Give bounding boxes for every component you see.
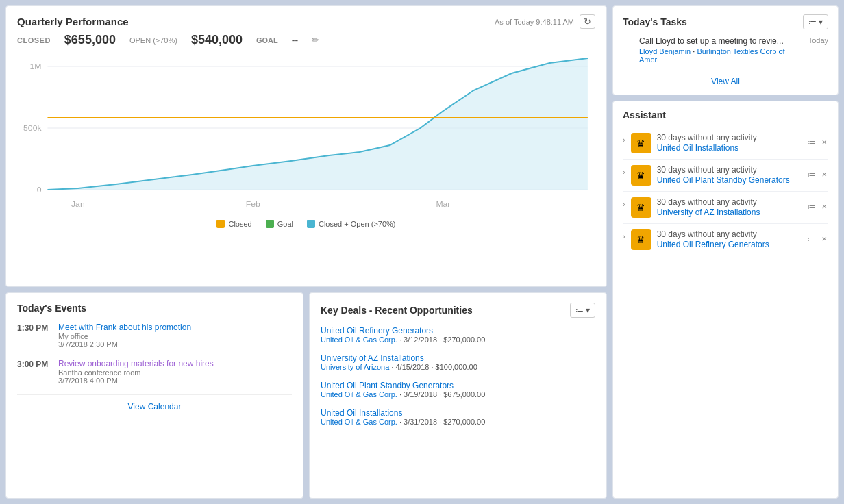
assist-list-btn-1[interactable]: ≔ [806,168,817,181]
assist-close-btn-3[interactable]: × [820,232,828,245]
assist-link-3[interactable]: United Oil Refinery Generators [657,240,769,249]
assist-item-2: › ♛ 30 days without any activity Univers… [623,192,828,224]
deals-filter-chevron: ▾ [586,305,590,315]
assist-chevron-1[interactable]: › [623,165,625,176]
assist-link-2[interactable]: University of AZ Installations [657,207,760,217]
deal-meta-1: University of Arizona · 4/15/2018 · $100… [321,363,595,371]
svg-text:Mar: Mar [436,200,450,208]
deal-item-3: United Oil Installations United Oil & Ga… [321,408,595,426]
deal-date-1: 4/15/2018 [395,363,429,371]
event-location-1: Bantha conference room [58,368,292,377]
svg-text:500k: 500k [23,124,42,132]
performance-chart: 1M 500k 0 Jan Feb Mar [17,53,595,217]
bottom-row: Today's Events 1:30 PM Meet with Frank a… [5,292,607,499]
right-column: Today's Tasks ≔ ▾ Call Lloyd to set up a… [612,5,839,499]
deals-filter-button[interactable]: ≔ ▾ [570,303,595,318]
deal-date-2: 3/19/2018 [404,390,437,399]
edit-goal-icon[interactable]: ✏ [312,35,319,45]
legend-closed-open-dot [307,220,315,228]
assist-list-btn-3[interactable]: ≔ [806,232,817,245]
assistant-title: Assistant [623,110,828,121]
event-time-0: 1:30 PM [17,322,58,349]
crown-icon-2: ♛ [636,202,645,213]
deal-name-3[interactable]: United Oil Installations [321,408,595,418]
quarterly-header: Quarterly Performance As of Today 9:48:1… [17,14,595,29]
goal-label: GOAL [256,36,278,45]
quarterly-stats: CLOSED $655,000 OPEN (>70%) $540,000 GOA… [17,33,595,47]
svg-text:Jan: Jan [71,200,85,208]
deal-account-3[interactable]: United Oil & Gas Corp. [321,418,397,426]
event-name-0[interactable]: Meet with Frank about his promotion [58,323,191,332]
deal-account-0[interactable]: United Oil & Gas Corp. [321,336,397,344]
deal-amount-1: $100,000.00 [436,363,477,371]
assist-chevron-2[interactable]: › [623,197,625,208]
deal-meta-0: United Oil & Gas Corp. · 3/12/2018 · $27… [321,336,595,344]
event-item-0: 1:30 PM Meet with Frank about his promot… [17,322,292,349]
assist-item-3: › ♛ 30 days without any activity United … [623,224,828,255]
refresh-button[interactable]: ↻ [580,14,595,29]
tasks-card: Today's Tasks ≔ ▾ Call Lloyd to set up a… [612,5,839,95]
assist-item-1: › ♛ 30 days without any activity United … [623,160,828,192]
deal-name-2[interactable]: United Oil Plant Standby Generators [321,381,595,390]
assist-icon-0: ♛ [631,133,651,153]
deal-amount-3: $270,000.00 [443,418,485,426]
view-calendar-link[interactable]: View Calendar [17,394,292,412]
event-location-0: My office [58,332,292,340]
assist-chevron-3[interactable]: › [623,229,625,240]
legend-closed-dot [216,220,225,228]
deals-card: Key Deals - Recent Opportunities ≔ ▾ Uni… [309,292,607,499]
legend-goal-dot [266,220,274,228]
assist-content-3: 30 days without any activity United Oil … [657,229,801,249]
event-end-1: 3/7/2018 4:00 PM [58,377,292,385]
crown-icon-0: ♛ [636,138,645,149]
assist-list-btn-0[interactable]: ≔ [806,136,817,149]
tasks-filter-chevron: ▾ [819,17,823,27]
deal-meta-2: United Oil & Gas Corp. · 3/19/2018 · $67… [321,390,595,399]
deal-account-2[interactable]: United Oil & Gas Corp. [321,390,397,399]
deal-name-1[interactable]: University of AZ Installations [321,353,595,363]
quarterly-title: Quarterly Performance [17,16,129,27]
task-checkbox[interactable] [623,38,632,47]
deal-account-1[interactable]: University of Arizona [321,363,389,371]
tasks-filter-button[interactable]: ≔ ▾ [803,14,828,29]
legend-closed: Closed [216,220,251,228]
event-details-1: Review onboarding materials for new hire… [58,358,292,385]
assist-link-1[interactable]: United Oil Plant Standby Generators [657,175,790,185]
closed-value: $655,000 [64,33,116,47]
view-all-tasks-link[interactable]: View All [623,71,828,86]
deals-title: Key Deals - Recent Opportunities [321,305,473,316]
assistant-card: Assistant › ♛ 30 days without any activi… [612,101,839,499]
legend-goal: Goal [266,220,293,228]
event-time-1: 3:00 PM [17,358,58,385]
assist-content-2: 30 days without any activity University … [657,197,801,217]
deal-amount-0: $270,000.00 [443,336,485,344]
closed-label: CLOSED [17,36,51,45]
assist-item-0: › ♛ 30 days without any activity United … [623,127,828,160]
quarterly-timestamp: As of Today 9:48:11 AM [495,18,574,26]
assist-icon-1: ♛ [631,165,651,186]
task-content: Call Lloyd to set up a meeting to revie.… [639,36,803,64]
svg-text:0: 0 [37,186,42,194]
assist-list-btn-2[interactable]: ≔ [806,200,817,213]
svg-marker-9 [47,58,587,190]
assist-close-btn-2[interactable]: × [820,200,828,213]
events-card: Today's Events 1:30 PM Meet with Frank a… [5,292,303,499]
assist-close-btn-1[interactable]: × [820,168,828,181]
assist-close-btn-0[interactable]: × [820,136,828,149]
goal-value: -- [292,35,298,46]
task-person-link[interactable]: Lloyd Benjamin [639,47,691,55]
assist-actions-1: ≔ × [806,165,828,181]
assist-icon-3: ♛ [631,229,651,250]
tasks-filter-icon: ≔ [808,17,817,27]
chart-legend: Closed Goal Closed + Open (>70%) [17,220,595,228]
deal-item-0: United Oil Refinery Generators United Oi… [321,326,595,344]
deal-name-0[interactable]: United Oil Refinery Generators [321,326,595,336]
event-name-1[interactable]: Review onboarding materials for new hire… [58,359,214,368]
assist-link-0[interactable]: United Oil Installations [657,143,738,153]
assist-chevron-0[interactable]: › [623,133,625,144]
legend-closed-open: Closed + Open (>70%) [307,220,396,228]
deal-item-2: United Oil Plant Standby Generators Unit… [321,381,595,399]
quarterly-performance-card: Quarterly Performance As of Today 9:48:1… [5,5,607,287]
deal-meta-3: United Oil & Gas Corp. · 3/31/2018 · $27… [321,418,595,426]
assist-desc-2: 30 days without any activity [657,197,801,207]
